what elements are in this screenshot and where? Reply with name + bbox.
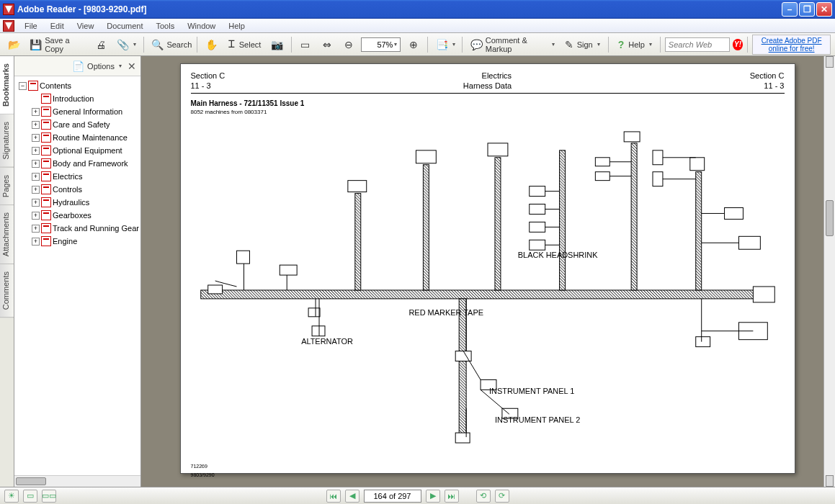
comment-button[interactable]: 💬Comment & Markup▾ [467,36,558,53]
help-icon: ? [617,38,626,51]
last-page-button[interactable]: ⏭ [445,490,459,503]
bookmark-label: Introduction [53,94,94,103]
view-facing[interactable]: ▭▭ [42,490,56,503]
document-area[interactable]: Section C11 - 3 ElectricsHarness Data Se… [141,56,835,487]
sidetab-signatures[interactable]: Signatures [0,114,14,168]
expand-icon[interactable]: + [32,134,40,142]
attach-button[interactable]: 📎▾ [113,36,138,53]
menu-view[interactable]: View [71,20,100,32]
expand-icon[interactable]: + [32,199,40,207]
hand-tool[interactable]: ✋ [202,36,220,53]
select-tool[interactable]: ᏆSelect [223,36,264,53]
bookmark-item[interactable]: +Electrics [16,170,139,183]
pdf-bookmark-icon [41,158,51,168]
expand-icon[interactable]: + [32,108,40,116]
bookmark-item[interactable]: +Gearboxes [16,209,139,222]
zoom-value[interactable]: 57%▾ [361,37,401,52]
bookmarks-panel: 📄Options▾ ✕ − Contents Introduction+Gene… [14,56,141,487]
collapse-icon[interactable]: − [19,82,27,90]
expand-icon[interactable]: + [32,121,40,129]
vertical-scrollbar[interactable] [823,56,835,487]
fit-width[interactable]: ⇔ [318,36,336,53]
bookmark-item[interactable]: +Optional Equipment [16,144,139,157]
pdf-bookmark-icon [41,223,51,233]
sidetab-comments[interactable]: Comments [0,264,14,318]
expand-icon[interactable]: + [32,212,40,220]
app-icon [3,4,14,15]
yahoo-icon[interactable]: Y! [733,39,743,50]
fit-page[interactable]: ▭ [296,36,315,53]
next-page-button[interactable]: ▶ [426,490,440,503]
svg-rect-6 [559,150,565,290]
bookmarks-tree: − Contents Introduction+General Informat… [14,76,140,475]
bookmark-item[interactable]: +Body and Framework [16,157,139,170]
search-button[interactable]: 🔍Search [148,36,192,53]
svg-rect-34 [308,308,320,317]
bookmarks-close[interactable]: ✕ [128,60,136,72]
sign-button[interactable]: ✎Sign▾ [561,36,604,53]
side-tabs: Bookmarks Signatures Pages Attachments C… [0,56,14,487]
paperclip-icon: 📎 [117,38,129,51]
bookmark-label: Routine Maintenance [53,133,128,142]
search-label: Search [166,40,192,49]
close-button[interactable]: ✕ [816,2,832,17]
bookmark-item[interactable]: +Hydraulics [16,196,139,209]
pdf-page: Section C11 - 3 ElectricsHarness Data Se… [180,63,795,474]
zoom-out[interactable]: ⊖ [339,36,358,53]
menu-edit[interactable]: Edit [45,20,70,32]
view-continuous[interactable]: ▭ [23,490,37,503]
svg-text:RED MARKER TAPE: RED MARKER TAPE [408,308,483,317]
minimize-button[interactable]: – [782,2,798,17]
search-web-input[interactable] [665,37,730,52]
bookmarks-hscroll[interactable] [14,475,140,487]
menu-document[interactable]: Document [101,20,148,32]
menu-help[interactable]: Help [223,20,251,32]
menu-file[interactable]: File [19,20,43,32]
bookmark-item[interactable]: +Routine Maintenance [16,131,139,144]
open-button[interactable]: 📂 [4,36,23,53]
ibeam-icon: Ꮖ [227,38,236,51]
sidetab-attachments[interactable]: Attachments [0,205,14,264]
svg-rect-33 [455,433,470,443]
sidetab-pages[interactable]: Pages [0,168,14,205]
svg-rect-1 [200,290,767,299]
tree-root[interactable]: − Contents [16,79,139,92]
expand-icon[interactable]: + [32,186,40,194]
snapshot-tool[interactable]: 📷 [267,36,286,53]
prev-page-button[interactable]: ◀ [345,490,360,503]
bookmark-item[interactable]: +Controls [16,183,139,196]
bookmarks-options[interactable]: 📄Options▾ [71,60,122,73]
expand-icon[interactable]: + [32,173,40,181]
help-button[interactable]: ?Help▾ [613,36,656,53]
svg-rect-14 [488,143,508,156]
pdf-bookmark-icon [41,107,51,117]
svg-text:BLACK HEADSHRINK: BLACK HEADSHRINK [517,251,597,259]
bookmark-item[interactable]: +Care and Safety [16,118,139,131]
create-pdf-link[interactable]: Create Adobe PDF online for free! [752,35,831,55]
first-page-button[interactable]: ⏮ [326,490,341,503]
expand-icon[interactable]: + [32,160,40,168]
forward-view-button[interactable]: ⟳ [495,490,509,503]
print-button[interactable]: 🖨 [91,36,110,53]
bookmark-item[interactable]: +General Information [16,105,139,118]
expand-icon[interactable]: + [32,225,40,233]
sidetab-bookmarks[interactable]: Bookmarks [0,56,14,114]
plus-icon: ⊕ [407,38,419,51]
view-single[interactable]: ☀ [4,490,19,503]
zoom-in[interactable]: ⊕ [403,36,422,53]
menu-tools[interactable]: Tools [151,20,181,32]
expand-icon[interactable]: + [32,147,40,155]
svg-rect-5 [494,158,500,290]
maximize-button[interactable]: ❐ [799,2,815,17]
header-sub-l: 11 - 3 [191,81,226,90]
rotate-button[interactable]: 📑▾ [432,36,457,53]
page-number-box[interactable]: 164 of 297 [364,490,421,503]
expand-icon[interactable]: + [32,238,40,246]
bookmark-item[interactable]: +Engine [16,235,139,248]
svg-rect-17 [529,222,545,232]
save-copy-button[interactable]: 💾Save a Copy [26,36,89,53]
bookmark-item[interactable]: +Track and Running Gear [16,222,139,235]
bookmark-item[interactable]: Introduction [16,92,139,105]
menu-window[interactable]: Window [182,20,221,32]
back-view-button[interactable]: ⟲ [476,490,491,503]
